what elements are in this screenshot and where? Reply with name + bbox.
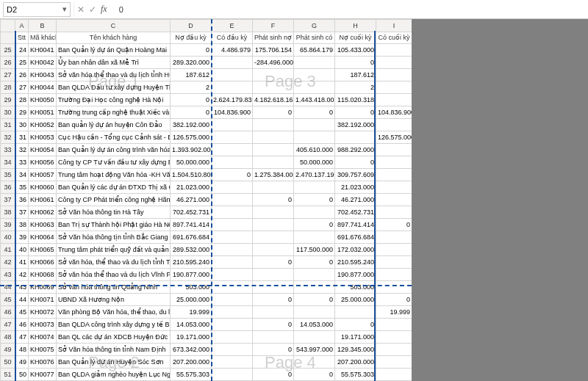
cell[interactable] (376, 194, 412, 206)
cell[interactable]: KH0043 (29, 69, 57, 81)
cell[interactable]: 0 (294, 106, 335, 119)
cell[interactable]: 38 (15, 219, 29, 231)
row-head[interactable]: 44 (1, 281, 15, 294)
cell[interactable] (212, 119, 253, 131)
cell[interactable]: 42 (15, 269, 29, 281)
field-cell[interactable]: Có cuối kỳ (376, 32, 412, 44)
cell[interactable]: 187.612 (171, 69, 212, 81)
cell[interactable] (212, 306, 253, 319)
cell[interactable]: Ban Trị sự Thành hội Phật giáo Hà Nội (57, 219, 171, 231)
cell[interactable]: 19.999 (376, 306, 412, 319)
cell[interactable]: 27 (15, 81, 29, 94)
row-head[interactable]: 29 (1, 94, 15, 106)
cell[interactable]: Trường Đại Học công nghệ Hà Nội (57, 94, 171, 106)
cell[interactable]: 1.275.384.000 (253, 169, 294, 181)
cell[interactable]: Sở Văn hóa thông tịn tỉnh Bắc Giang (57, 231, 171, 244)
cell[interactable]: 31 (15, 131, 29, 144)
cell[interactable]: 0 (212, 169, 253, 181)
cell[interactable]: 126.575.000 (171, 131, 212, 144)
cell[interactable]: 988.292.000 (335, 144, 376, 156)
cell[interactable] (253, 131, 294, 144)
cell[interactable]: 41 (15, 256, 29, 269)
col-head-I[interactable]: I (376, 20, 412, 32)
cell[interactable] (212, 256, 253, 269)
row-head[interactable]: 39 (1, 219, 15, 231)
cell[interactable] (212, 231, 253, 244)
cell[interactable] (376, 156, 412, 169)
cell[interactable] (376, 369, 412, 381)
cell[interactable]: 19.999 (171, 306, 212, 319)
cell[interactable]: 14.053.000 (171, 319, 212, 331)
cell[interactable] (253, 181, 294, 194)
cell[interactable] (376, 94, 412, 106)
cell[interactable]: 289.320.000 (171, 57, 212, 69)
cell[interactable]: 172.032.000 (335, 244, 376, 256)
cell[interactable]: 2 (335, 81, 376, 94)
cell[interactable]: 29 (15, 106, 29, 119)
cell[interactable]: 702.452.731 (335, 206, 376, 219)
cell[interactable]: 0 (253, 319, 294, 331)
cell[interactable]: 702.452.731 (171, 206, 212, 219)
cell[interactable]: Công ty CP Tư vấn đầu tư xây dựng Ba Đìn… (57, 156, 171, 169)
cell[interactable]: 35 (15, 181, 29, 194)
cell[interactable]: 0 (294, 219, 335, 231)
name-box-dropdown-icon[interactable]: ▾ (62, 4, 67, 14)
cell[interactable] (376, 269, 412, 281)
cell[interactable]: 46 (15, 319, 29, 331)
cell[interactable]: KH0051 (29, 106, 57, 119)
cell[interactable]: KH0044 (29, 81, 57, 94)
cell[interactable] (253, 144, 294, 156)
cell[interactable]: 0 (294, 256, 335, 269)
cell[interactable] (212, 294, 253, 306)
cell[interactable]: KH0066 (29, 256, 57, 269)
row-head[interactable]: 50 (1, 356, 15, 369)
cell[interactable]: KH0060 (29, 181, 57, 194)
cell[interactable]: KH0056 (29, 156, 57, 169)
cell[interactable]: 405.610.000 (294, 144, 335, 156)
cell[interactable] (294, 81, 335, 94)
cell[interactable]: 0 (253, 256, 294, 269)
cell[interactable] (212, 69, 253, 81)
cell[interactable]: Ban Quản lý dự án Huyện Sóc Sơn (57, 356, 171, 369)
field-cell[interactable]: Nợ đầu kỳ (171, 32, 212, 44)
cell[interactable] (376, 169, 412, 181)
cell[interactable]: 55.575.303 (171, 369, 212, 381)
cell[interactable] (376, 69, 412, 81)
field-cell[interactable]: Phát sinh có (294, 32, 335, 44)
col-head-F[interactable]: F (253, 20, 294, 32)
cell[interactable]: KH0063 (29, 219, 57, 231)
field-cell[interactable]: Tên khách hàng (57, 32, 171, 44)
cell[interactable] (376, 119, 412, 131)
cell[interactable]: 543.997.000 (294, 344, 335, 356)
cell[interactable]: Cục Hậu cần - Tổng cục Cảnh sát - Bộ Côn… (57, 131, 171, 144)
cell[interactable]: 32 (15, 144, 29, 156)
cell[interactable] (294, 57, 335, 69)
field-cell[interactable]: Có đầu kỳ (212, 32, 253, 44)
cell[interactable] (212, 144, 253, 156)
cell[interactable]: 210.595.240 (335, 256, 376, 269)
cell[interactable]: KH0077 (29, 369, 57, 381)
select-all-corner[interactable] (1, 20, 15, 32)
cell[interactable] (212, 369, 253, 381)
cell[interactable]: Sở văn hóa thông tin Quảng Ninh (57, 281, 171, 294)
cell[interactable]: 691.676.684 (335, 231, 376, 244)
cell[interactable] (376, 344, 412, 356)
row-head[interactable]: 43 (1, 269, 15, 281)
row-head[interactable]: 34 (1, 156, 15, 169)
row-head[interactable]: 35 (1, 169, 15, 181)
cell[interactable] (253, 356, 294, 369)
cell[interactable] (376, 244, 412, 256)
cell[interactable]: 0 (376, 219, 412, 231)
row-head[interactable]: 51 (1, 369, 15, 381)
cell[interactable]: 30 (15, 119, 29, 131)
cell[interactable]: -284.496.000 (253, 57, 294, 69)
cell[interactable]: 503.000 (335, 281, 376, 294)
field-cell[interactable]: Phát sinh nợ (253, 32, 294, 44)
cell[interactable]: Sở văn hóa thể thao và du lịch Vĩnh Phúc (57, 269, 171, 281)
cell[interactable]: 25.000.000 (171, 294, 212, 306)
cell[interactable] (212, 281, 253, 294)
cell[interactable]: KH0062 (29, 206, 57, 219)
cell[interactable]: 46.271.000 (171, 194, 212, 206)
cell[interactable]: 0 (335, 156, 376, 169)
cell[interactable]: 105.433.000 (335, 44, 376, 57)
